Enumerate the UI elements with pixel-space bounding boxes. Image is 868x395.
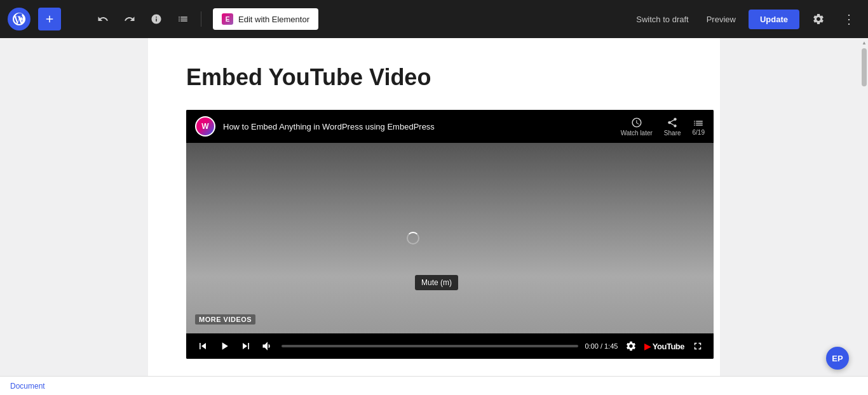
playlist-icon [693,117,704,129]
toolbar-divider [201,11,201,27]
time-display: 0:00 / 1:45 [585,342,618,350]
playlist-info[interactable]: 6/19 [693,117,705,136]
embedpress-float-button[interactable]: EP [826,347,849,370]
skip-forward-icon [240,340,252,352]
info-button[interactable] [145,8,168,30]
play-button[interactable] [217,338,232,354]
playlist-counter: 6/19 [693,129,705,136]
video-topbar: W How to Embed Anything in WordPress usi… [186,110,714,143]
video-gear-icon [625,340,637,352]
mute-tooltip: Mute (m) [415,275,458,290]
skip-back-button[interactable] [195,338,210,354]
plus-icon [44,13,55,25]
switch-to-draft-button[interactable]: Switch to draft [631,11,693,28]
preview-button[interactable]: Preview [702,11,741,28]
play-icon [218,340,231,352]
elementor-icon: E [222,13,233,25]
settings-button[interactable] [807,8,830,30]
more-options-button[interactable]: ⋮ [837,8,860,30]
volume-icon [261,340,274,352]
edit-button[interactable] [65,8,88,30]
page-title: Embed YouTube Video [186,64,682,91]
document-label[interactable]: Document [10,382,45,391]
undo-button[interactable] [92,8,114,30]
status-bar: Document [0,376,868,395]
video-body[interactable]: MORE VIDEOS Mute (m) [186,143,714,333]
wp-logo-icon [13,13,25,25]
add-block-button[interactable] [38,8,61,30]
share-button[interactable]: Share [664,117,681,137]
main-content: Embed YouTube Video W How to Embed Anyth… [0,38,868,395]
elementor-button-label: Edit with Elementor [238,15,309,24]
scrollbar-thumb[interactable] [862,48,867,86]
video-controls: 0:00 / 1:45 ▶ YouTube [186,333,714,359]
list-view-icon [177,13,189,25]
video-spinner [407,232,419,244]
progress-bar[interactable] [281,345,578,347]
video-container: W How to Embed Anything in WordPress usi… [186,110,714,359]
wp-logo[interactable] [8,8,31,30]
gear-icon [812,13,825,25]
channel-logo: W [195,116,215,137]
undo-icon [97,13,109,25]
skip-back-icon [196,340,209,352]
youtube-logo: ▶ YouTube [644,342,684,351]
video-settings-button[interactable] [624,339,638,353]
editor-area: Embed YouTube Video W How to Embed Anyth… [148,38,720,395]
video-title: How to Embed Anything in WordPress using… [223,122,613,131]
watch-later-button[interactable]: Watch later [621,117,653,137]
list-view-button[interactable] [172,8,194,30]
watch-later-icon [631,117,642,128]
skip-forward-button[interactable] [238,338,254,354]
watch-later-label: Watch later [621,130,653,137]
edit-with-elementor-button[interactable]: E Edit with Elementor [213,8,318,30]
redo-icon [124,13,135,25]
pencil-icon [71,13,82,25]
share-icon [667,117,678,128]
update-button[interactable]: Update [749,10,799,29]
toolbar: E Edit with Elementor Switch to draft Pr… [0,0,868,38]
share-label: Share [664,130,681,137]
more-videos-label: MORE VIDEOS [195,314,255,325]
fullscreen-button[interactable] [691,339,705,353]
scrollbar-track: ▲ [860,38,868,376]
info-icon [151,13,162,25]
toolbar-right: Switch to draft Preview Update ⋮ [631,8,860,30]
redo-button[interactable] [118,8,141,30]
fullscreen-icon [692,340,703,352]
mute-button[interactable] [260,338,275,354]
video-topbar-actions: Watch later Share 6/19 [621,117,705,137]
channel-logo-inner: W [196,117,214,135]
scrollbar-up-arrow[interactable]: ▲ [860,38,868,47]
